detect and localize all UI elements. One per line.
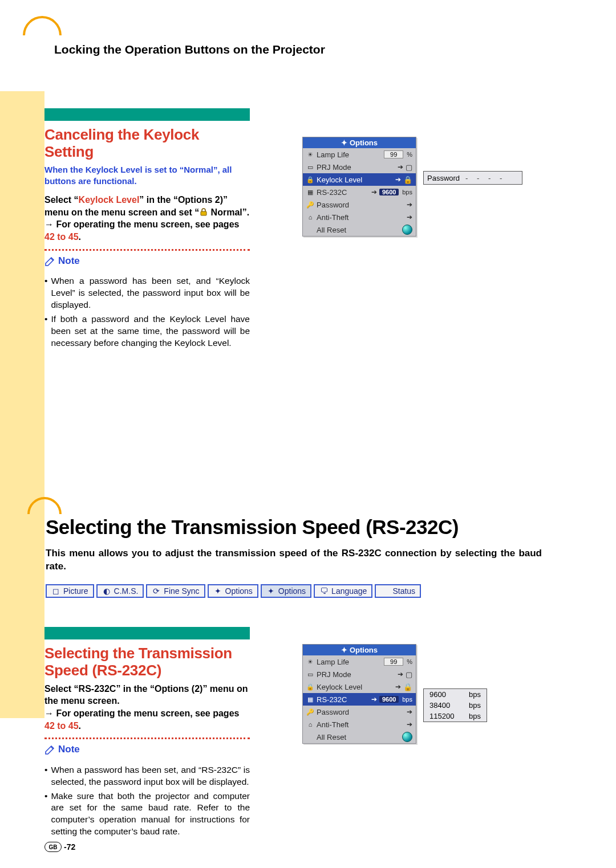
osd-row-label: PRJ Mode: [317, 163, 395, 172]
osd-row-anti-theft[interactable]: ⌂Anti-Theft➔: [303, 211, 416, 223]
text: .: [79, 232, 81, 242]
osd-options-panel-1: ✦ Options ☀Lamp Life99%▭PRJ Mode➔▢🔒Keylo…: [302, 137, 416, 237]
osd-row-label: RS-232C: [317, 695, 369, 704]
osd-row-password[interactable]: 🔑Password➔: [303, 706, 416, 718]
menu-tab-strip: ◻Picture◐C.M.S.⟳Fine Sync✦Options✦Option…: [46, 584, 421, 598]
note-label: Note: [58, 255, 80, 267]
baud-option-38400[interactable]: 38400bps: [424, 700, 487, 711]
key-icon: 🔒: [306, 176, 314, 184]
rs232c-note-list: •When a password has been set, and “RS-2…: [44, 764, 250, 838]
arrow-right-icon: ➔: [371, 188, 377, 196]
lamp-life-unit: %: [407, 151, 412, 158]
osd-title-text: Options: [350, 138, 378, 147]
rs232c-unit: bps: [402, 189, 412, 195]
lock-icon: 🔒: [403, 683, 412, 691]
bullet-icon: •: [44, 275, 47, 311]
green-divider: [44, 627, 250, 639]
screen-icon: ▢: [406, 163, 412, 172]
baud-value: 38400: [429, 701, 450, 710]
password-popup: Password - - - -: [423, 171, 522, 185]
text: .: [79, 721, 81, 731]
osd-title: ✦ Options: [303, 137, 416, 148]
options-icon: ✦: [341, 646, 347, 654]
osd-row-anti-theft[interactable]: ⌂Anti-Theft➔: [303, 718, 416, 731]
tab-label: Fine Sync: [164, 586, 199, 596]
page-number: GB -72: [44, 842, 75, 852]
lang-icon: 🗨: [319, 586, 329, 596]
note-item: Make sure that both the projector and co…: [51, 790, 250, 838]
osd-row-prj-mode[interactable]: ▭PRJ Mode➔▢: [303, 161, 416, 173]
page-ref: 42 to 45: [44, 232, 79, 242]
options-icon: ✦: [341, 138, 347, 147]
baud-value: 115200: [429, 712, 454, 720]
lamp-life-value: 99: [384, 658, 403, 666]
lamp-icon: ☀: [306, 658, 314, 666]
tab-fine-sync[interactable]: ⟳Fine Sync: [146, 584, 205, 598]
rs-icon: ▦: [306, 695, 314, 703]
key-icon: 🔒: [306, 683, 314, 691]
tab-label: Language: [331, 586, 367, 596]
osd-row-label: Lamp Life: [317, 150, 382, 159]
tab-label: C.M.S.: [114, 586, 139, 596]
baud-unit: bps: [469, 701, 481, 710]
text: → For operating the menu screen, see pag…: [44, 708, 239, 718]
osd-row-rs-232c[interactable]: ▦RS-232C➔9600bps: [303, 693, 416, 706]
password-label: Password: [427, 174, 460, 182]
osd-row-password[interactable]: 🔑Password➔: [303, 198, 416, 211]
osd-title: ✦ Options: [303, 645, 416, 655]
lamp-icon: ☀: [306, 150, 314, 158]
osd-row-prj-mode[interactable]: ▭PRJ Mode➔▢: [303, 668, 416, 680]
sync-icon: ⟳: [152, 586, 161, 596]
osd-row-rs-232c[interactable]: ▦RS-232C➔9600bps: [303, 186, 416, 198]
baud-unit: bps: [469, 712, 481, 720]
baud-option-115200[interactable]: 115200bps: [424, 711, 487, 722]
osd-row-keylock-level[interactable]: 🔒Keylock Level➔🔒: [303, 173, 416, 186]
note-label: Note: [58, 744, 80, 755]
rs232c-value: 9600: [379, 696, 399, 703]
side-highlight: [0, 91, 44, 718]
rs232c-see-pages: → For operating the menu screen, see pag…: [44, 707, 250, 732]
lamp-life-value: 99: [384, 150, 403, 158]
rs232c-main-heading: Selecting the Transmission Speed (RS-232…: [46, 516, 459, 539]
dotted-separator: [44, 249, 250, 251]
osd-row-label: RS-232C: [317, 188, 369, 197]
screen-icon: ▢: [406, 670, 412, 679]
pwd-icon: 🔑: [306, 201, 314, 209]
tab-c-m-s-[interactable]: ◐C.M.S.: [96, 584, 144, 598]
opt-icon: ✦: [213, 586, 222, 596]
baud-option-9600[interactable]: 9600bps: [424, 689, 487, 700]
osd-row-lamp-life[interactable]: ☀Lamp Life99%: [303, 148, 416, 161]
cancel-heading: Canceling the Keylock Setting: [44, 127, 250, 161]
tab-options[interactable]: ✦Options: [208, 584, 258, 598]
cancel-paragraph: Select “Keylock Level” in the “Options 2…: [44, 194, 250, 218]
keylock-level-ref: Keylock Level: [79, 195, 140, 205]
lamp-life-unit: %: [407, 658, 412, 665]
osd-row-label: Keylock Level: [317, 683, 393, 691]
arrow-right-icon: ➔: [398, 163, 403, 171]
rs232c-sub-heading: Selecting the Transmission Speed (RS-232…: [44, 645, 250, 679]
osd-row-label: PRJ Mode: [317, 670, 395, 679]
cms-icon: ◐: [102, 586, 111, 596]
note-item: If both a password and the Keylock Level…: [51, 313, 250, 349]
tab-options[interactable]: ✦Options: [261, 584, 311, 598]
tab-language[interactable]: 🗨Language: [314, 584, 372, 598]
rs232c-p1: Select “RS-232C” in the “Options (2)” me…: [44, 683, 250, 707]
tab-picture[interactable]: ◻Picture: [46, 584, 94, 598]
osd-row-lamp-life[interactable]: ☀Lamp Life99%: [303, 655, 416, 668]
rs-icon: ▦: [306, 188, 314, 196]
baud-value: 9600: [429, 690, 446, 699]
svg-rect-0: [201, 211, 206, 215]
tab-label: Options: [278, 586, 306, 596]
baud-unit: bps: [469, 690, 481, 699]
prj-icon: ▭: [306, 670, 314, 678]
osd-row-all-reset[interactable]: All Reset: [303, 731, 416, 743]
osd-row-label: Lamp Life: [317, 658, 382, 666]
tab-label: Options: [225, 586, 253, 596]
osd-row-all-reset[interactable]: All Reset: [303, 223, 416, 236]
tab-status[interactable]: Status: [375, 584, 421, 598]
rs232c-unit: bps: [402, 696, 412, 703]
lock-icon: 🔒: [403, 176, 412, 184]
baud-rate-popup: 9600bps38400bps115200bps: [423, 688, 487, 722]
osd-row-label: All Reset: [317, 226, 400, 234]
osd-row-keylock-level[interactable]: 🔒Keylock Level➔🔒: [303, 680, 416, 693]
